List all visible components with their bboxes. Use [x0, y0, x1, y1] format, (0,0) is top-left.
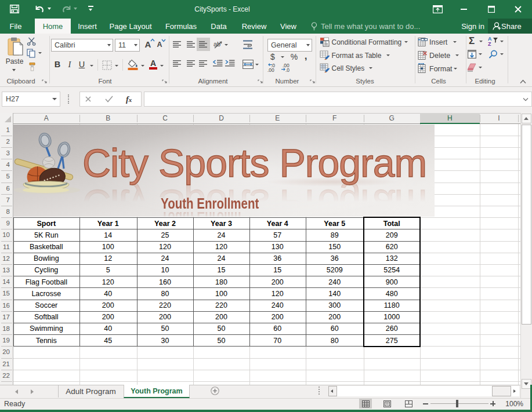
svg-text:Z: Z	[488, 41, 491, 46]
svg-text:.00: .00	[267, 67, 274, 72]
svg-text:.0: .0	[285, 67, 289, 72]
svg-text:A: A	[488, 36, 492, 42]
svg-text:=: =	[324, 40, 327, 44]
